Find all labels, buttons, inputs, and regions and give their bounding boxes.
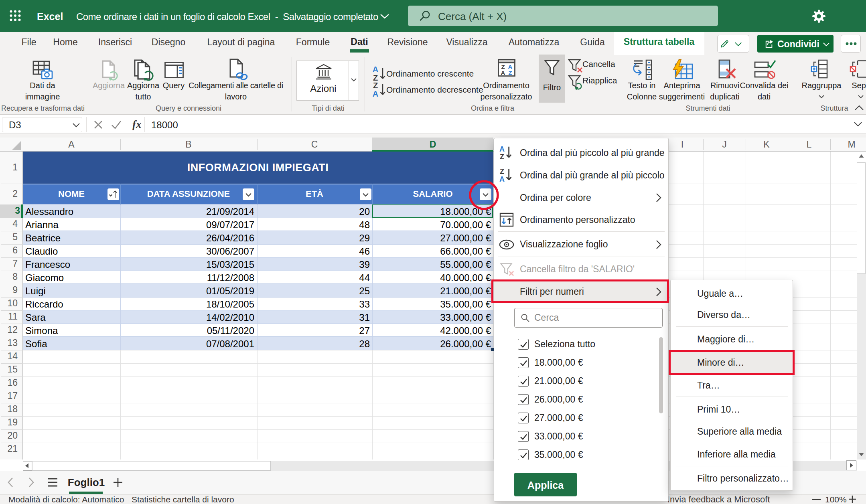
svg-text:Z: Z [373, 73, 378, 81]
svg-text:A: A [499, 175, 505, 183]
svg-text:Z: Z [508, 69, 512, 76]
svg-text:Z: Z [373, 81, 378, 90]
svg-text:A: A [373, 89, 378, 97]
svg-text:A: A [373, 65, 378, 74]
svg-text:A: A [499, 145, 505, 153]
svg-text:A: A [501, 69, 505, 76]
svg-text:Z: Z [500, 168, 504, 176]
svg-text:Z: Z [500, 153, 504, 160]
